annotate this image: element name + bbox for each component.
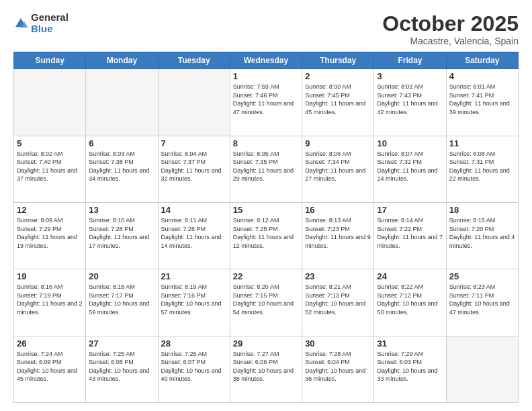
calendar-day-15: 15Sunrise: 8:12 AM Sunset: 7:25 PM Dayli… [230, 202, 302, 269]
calendar-table: SundayMondayTuesdayWednesdayThursdayFrid… [13, 52, 519, 403]
top-section: General Blue October 2025 Macastre, Vale… [13, 12, 519, 46]
day-info: Sunrise: 8:20 AM Sunset: 7:15 PM Dayligh… [233, 283, 299, 316]
calendar-day-6: 6Sunrise: 8:03 AM Sunset: 7:38 PM Daylig… [86, 136, 158, 202]
day-info: Sunrise: 8:12 AM Sunset: 7:25 PM Dayligh… [233, 216, 299, 250]
day-number: 18 [449, 205, 515, 215]
day-info: Sunrise: 7:27 AM Sunset: 6:06 PM Dayligh… [233, 350, 299, 383]
weekday-header-tuesday: Tuesday [158, 52, 230, 69]
day-number: 21 [161, 271, 227, 281]
calendar-day-16: 16Sunrise: 8:13 AM Sunset: 7:23 PM Dayli… [302, 202, 374, 269]
day-number: 27 [89, 338, 154, 349]
day-number: 25 [449, 271, 515, 281]
day-number: 16 [305, 205, 371, 215]
weekday-header-monday: Monday [86, 52, 158, 69]
calendar-day-22: 22Sunrise: 8:20 AM Sunset: 7:15 PM Dayli… [230, 269, 302, 336]
day-info: Sunrise: 8:18 AM Sunset: 7:17 PM Dayligh… [89, 283, 154, 316]
calendar-day-11: 11Sunrise: 8:08 AM Sunset: 7:31 PM Dayli… [446, 136, 518, 202]
day-number: 6 [89, 138, 154, 148]
day-info: Sunrise: 8:02 AM Sunset: 7:40 PM Dayligh… [17, 150, 83, 183]
day-number: 28 [161, 338, 227, 349]
day-number: 2 [305, 71, 371, 81]
calendar-day-12: 12Sunrise: 8:09 AM Sunset: 7:29 PM Dayli… [14, 202, 86, 269]
calendar-day-10: 10Sunrise: 8:07 AM Sunset: 7:32 PM Dayli… [374, 136, 446, 202]
day-number: 29 [233, 338, 299, 349]
calendar-day-28: 28Sunrise: 7:26 AM Sunset: 6:07 PM Dayli… [158, 336, 230, 402]
day-number: 19 [17, 271, 83, 281]
calendar-day-8: 8Sunrise: 8:05 AM Sunset: 7:35 PM Daylig… [230, 136, 302, 202]
weekday-header-friday: Friday [374, 52, 446, 69]
day-info: Sunrise: 8:01 AM Sunset: 7:43 PM Dayligh… [377, 83, 443, 116]
day-info: Sunrise: 8:11 AM Sunset: 7:26 PM Dayligh… [161, 216, 227, 250]
day-number: 12 [17, 205, 83, 215]
day-info: Sunrise: 8:13 AM Sunset: 7:23 PM Dayligh… [305, 216, 371, 250]
day-number: 22 [233, 271, 299, 281]
calendar-day-23: 23Sunrise: 8:21 AM Sunset: 7:13 PM Dayli… [302, 269, 374, 336]
calendar-week-3: 12Sunrise: 8:09 AM Sunset: 7:29 PM Dayli… [14, 202, 519, 269]
calendar-week-4: 19Sunrise: 8:16 AM Sunset: 7:19 PM Dayli… [14, 269, 519, 336]
day-info: Sunrise: 8:23 AM Sunset: 7:11 PM Dayligh… [449, 283, 515, 316]
day-number: 13 [89, 205, 154, 215]
weekday-header-thursday: Thursday [302, 52, 374, 69]
day-info: Sunrise: 7:26 AM Sunset: 6:07 PM Dayligh… [161, 350, 227, 383]
day-info: Sunrise: 7:24 AM Sunset: 6:09 PM Dayligh… [17, 350, 83, 383]
weekday-header-wednesday: Wednesday [230, 52, 302, 69]
day-info: Sunrise: 8:03 AM Sunset: 7:38 PM Dayligh… [89, 150, 154, 183]
day-number: 8 [233, 138, 299, 148]
calendar-day-17: 17Sunrise: 8:14 AM Sunset: 7:22 PM Dayli… [374, 202, 446, 269]
day-info: Sunrise: 8:14 AM Sunset: 7:22 PM Dayligh… [377, 216, 443, 250]
calendar-day-25: 25Sunrise: 8:23 AM Sunset: 7:11 PM Dayli… [446, 269, 518, 336]
calendar-day-7: 7Sunrise: 8:04 AM Sunset: 7:37 PM Daylig… [158, 136, 230, 202]
calendar-day-31: 31Sunrise: 7:29 AM Sunset: 6:03 PM Dayli… [374, 336, 446, 402]
page: General Blue October 2025 Macastre, Vale… [0, 0, 532, 411]
calendar-day-19: 19Sunrise: 8:16 AM Sunset: 7:19 PM Dayli… [14, 269, 86, 336]
weekday-header-saturday: Saturday [446, 52, 518, 69]
calendar-empty-cell [86, 69, 158, 136]
calendar-day-30: 30Sunrise: 7:28 AM Sunset: 6:04 PM Dayli… [302, 336, 374, 402]
day-number: 1 [233, 71, 299, 81]
month-title: October 2025 [382, 12, 519, 36]
calendar-day-1: 1Sunrise: 7:59 AM Sunset: 7:46 PM Daylig… [230, 69, 302, 136]
weekday-header-row: SundayMondayTuesdayWednesdayThursdayFrid… [14, 52, 519, 69]
day-info: Sunrise: 8:08 AM Sunset: 7:31 PM Dayligh… [449, 150, 515, 183]
day-number: 5 [17, 138, 83, 148]
logo-blue-text: Blue [31, 24, 69, 35]
calendar-day-3: 3Sunrise: 8:01 AM Sunset: 7:43 PM Daylig… [374, 69, 446, 136]
day-number: 7 [161, 138, 227, 148]
day-number: 30 [305, 338, 371, 349]
calendar-week-2: 5Sunrise: 8:02 AM Sunset: 7:40 PM Daylig… [14, 136, 519, 202]
day-info: Sunrise: 8:09 AM Sunset: 7:29 PM Dayligh… [17, 216, 83, 250]
calendar-day-24: 24Sunrise: 8:22 AM Sunset: 7:12 PM Dayli… [374, 269, 446, 336]
calendar-week-5: 26Sunrise: 7:24 AM Sunset: 6:09 PM Dayli… [14, 336, 519, 402]
day-info: Sunrise: 8:01 AM Sunset: 7:41 PM Dayligh… [449, 83, 515, 116]
calendar-day-21: 21Sunrise: 8:19 AM Sunset: 7:16 PM Dayli… [158, 269, 230, 336]
calendar-day-29: 29Sunrise: 7:27 AM Sunset: 6:06 PM Dayli… [230, 336, 302, 402]
day-info: Sunrise: 7:28 AM Sunset: 6:04 PM Dayligh… [305, 350, 371, 383]
day-number: 4 [449, 71, 515, 81]
calendar-day-4: 4Sunrise: 8:01 AM Sunset: 7:41 PM Daylig… [446, 69, 518, 136]
location-subtitle: Macastre, Valencia, Spain [382, 36, 519, 46]
logo-general-text: General [31, 12, 69, 24]
day-info: Sunrise: 8:16 AM Sunset: 7:19 PM Dayligh… [17, 283, 83, 316]
calendar-week-1: 1Sunrise: 7:59 AM Sunset: 7:46 PM Daylig… [14, 69, 519, 136]
day-number: 15 [233, 205, 299, 215]
day-info: Sunrise: 8:15 AM Sunset: 7:20 PM Dayligh… [449, 216, 515, 250]
day-info: Sunrise: 8:06 AM Sunset: 7:34 PM Dayligh… [305, 150, 371, 183]
day-number: 17 [377, 205, 443, 215]
day-number: 10 [377, 138, 443, 148]
calendar-day-2: 2Sunrise: 8:00 AM Sunset: 7:45 PM Daylig… [302, 69, 374, 136]
day-info: Sunrise: 8:00 AM Sunset: 7:45 PM Dayligh… [305, 83, 371, 116]
calendar-empty-cell [446, 336, 518, 402]
logo-text: General Blue [31, 12, 69, 34]
weekday-header-sunday: Sunday [14, 52, 86, 69]
calendar-day-27: 27Sunrise: 7:25 AM Sunset: 6:08 PM Dayli… [86, 336, 158, 402]
calendar-day-13: 13Sunrise: 8:10 AM Sunset: 7:28 PM Dayli… [86, 202, 158, 269]
day-info: Sunrise: 8:22 AM Sunset: 7:12 PM Dayligh… [377, 283, 443, 316]
logo: General Blue [13, 12, 69, 34]
calendar-day-26: 26Sunrise: 7:24 AM Sunset: 6:09 PM Dayli… [14, 336, 86, 402]
day-number: 11 [449, 138, 515, 148]
calendar-empty-cell [14, 69, 86, 136]
day-number: 24 [377, 271, 443, 281]
day-number: 20 [89, 271, 154, 281]
day-info: Sunrise: 7:25 AM Sunset: 6:08 PM Dayligh… [89, 350, 154, 383]
calendar-day-9: 9Sunrise: 8:06 AM Sunset: 7:34 PM Daylig… [302, 136, 374, 202]
